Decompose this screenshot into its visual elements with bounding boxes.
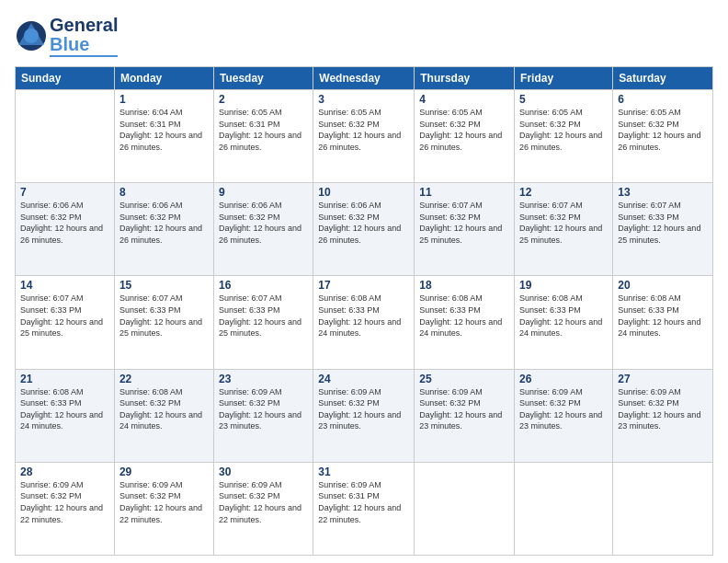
- day-info: Sunrise: 6:09 AM Sunset: 6:32 PM Dayligh…: [618, 386, 708, 432]
- calendar-cell: 1Sunrise: 6:04 AM Sunset: 6:31 PM Daylig…: [114, 90, 213, 183]
- day-info: Sunrise: 6:08 AM Sunset: 6:32 PM Dayligh…: [119, 386, 209, 432]
- day-number: 26: [519, 373, 608, 385]
- calendar-cell: 7Sunrise: 6:06 AM Sunset: 6:32 PM Daylig…: [16, 183, 115, 276]
- day-info: Sunrise: 6:07 AM Sunset: 6:32 PM Dayligh…: [519, 200, 608, 246]
- day-info: Sunrise: 6:05 AM Sunset: 6:32 PM Dayligh…: [618, 107, 708, 153]
- calendar-cell: 4Sunrise: 6:05 AM Sunset: 6:32 PM Daylig…: [415, 90, 515, 183]
- calendar-week-row: 7Sunrise: 6:06 AM Sunset: 6:32 PM Daylig…: [16, 183, 713, 276]
- day-number: 1: [119, 93, 209, 106]
- day-info: Sunrise: 6:05 AM Sunset: 6:31 PM Dayligh…: [219, 107, 308, 153]
- day-number: 28: [20, 465, 109, 478]
- day-number: 6: [618, 93, 708, 106]
- calendar-cell: [16, 90, 115, 183]
- calendar-week-row: 1Sunrise: 6:04 AM Sunset: 6:31 PM Daylig…: [16, 90, 713, 183]
- calendar-cell: [415, 462, 515, 555]
- day-number: 16: [219, 279, 308, 292]
- day-number: 17: [318, 279, 409, 292]
- day-header-monday: Monday: [114, 67, 213, 90]
- day-number: 23: [219, 373, 308, 385]
- calendar-cell: 16Sunrise: 6:07 AM Sunset: 6:33 PM Dayli…: [213, 276, 313, 369]
- calendar-cell: 30Sunrise: 6:09 AM Sunset: 6:32 PM Dayli…: [213, 462, 313, 555]
- day-info: Sunrise: 6:07 AM Sunset: 6:33 PM Dayligh…: [20, 293, 109, 339]
- day-number: 31: [318, 465, 409, 478]
- day-number: 8: [119, 186, 209, 199]
- day-header-thursday: Thursday: [415, 67, 515, 90]
- calendar-cell: 2Sunrise: 6:05 AM Sunset: 6:31 PM Daylig…: [213, 90, 313, 183]
- day-info: Sunrise: 6:06 AM Sunset: 6:32 PM Dayligh…: [219, 200, 308, 246]
- logo-general: General: [50, 15, 118, 35]
- day-number: 29: [119, 465, 209, 478]
- header: General Blue: [15, 15, 713, 57]
- calendar-table: SundayMondayTuesdayWednesdayThursdayFrid…: [15, 66, 713, 556]
- day-number: 4: [419, 93, 509, 106]
- day-info: Sunrise: 6:09 AM Sunset: 6:32 PM Dayligh…: [119, 479, 209, 525]
- calendar-cell: 6Sunrise: 6:05 AM Sunset: 6:32 PM Daylig…: [613, 90, 713, 183]
- day-info: Sunrise: 6:08 AM Sunset: 6:33 PM Dayligh…: [618, 293, 708, 339]
- day-header-sunday: Sunday: [16, 67, 115, 90]
- calendar-cell: 25Sunrise: 6:09 AM Sunset: 6:32 PM Dayli…: [415, 369, 515, 462]
- day-number: 9: [219, 186, 308, 199]
- calendar-cell: [613, 462, 713, 555]
- calendar-cell: 14Sunrise: 6:07 AM Sunset: 6:33 PM Dayli…: [16, 276, 115, 369]
- day-info: Sunrise: 6:09 AM Sunset: 6:32 PM Dayligh…: [20, 479, 109, 525]
- calendar-cell: 22Sunrise: 6:08 AM Sunset: 6:32 PM Dayli…: [114, 369, 213, 462]
- day-number: 11: [419, 186, 509, 199]
- day-number: 21: [20, 373, 109, 385]
- calendar-cell: 26Sunrise: 6:09 AM Sunset: 6:32 PM Dayli…: [515, 369, 613, 462]
- day-info: Sunrise: 6:07 AM Sunset: 6:33 PM Dayligh…: [119, 293, 209, 339]
- logo-blue: Blue: [50, 35, 118, 53]
- day-number: 18: [419, 279, 509, 292]
- day-number: 7: [20, 186, 109, 199]
- calendar-cell: 15Sunrise: 6:07 AM Sunset: 6:33 PM Dayli…: [114, 276, 213, 369]
- calendar-cell: 9Sunrise: 6:06 AM Sunset: 6:32 PM Daylig…: [213, 183, 313, 276]
- logo-underline: [50, 55, 118, 57]
- day-info: Sunrise: 6:09 AM Sunset: 6:32 PM Dayligh…: [219, 386, 308, 432]
- day-header-saturday: Saturday: [613, 67, 713, 90]
- day-info: Sunrise: 6:09 AM Sunset: 6:32 PM Dayligh…: [519, 386, 608, 432]
- day-number: 22: [119, 373, 209, 385]
- day-number: 24: [318, 373, 409, 385]
- day-info: Sunrise: 6:05 AM Sunset: 6:32 PM Dayligh…: [419, 107, 509, 153]
- calendar-cell: 3Sunrise: 6:05 AM Sunset: 6:32 PM Daylig…: [313, 90, 415, 183]
- calendar-cell: 5Sunrise: 6:05 AM Sunset: 6:32 PM Daylig…: [515, 90, 613, 183]
- day-info: Sunrise: 6:08 AM Sunset: 6:33 PM Dayligh…: [20, 386, 109, 432]
- day-number: 2: [219, 93, 308, 106]
- calendar-cell: 27Sunrise: 6:09 AM Sunset: 6:32 PM Dayli…: [613, 369, 713, 462]
- day-number: 13: [618, 186, 708, 199]
- day-info: Sunrise: 6:08 AM Sunset: 6:33 PM Dayligh…: [519, 293, 608, 339]
- calendar-cell: 12Sunrise: 6:07 AM Sunset: 6:32 PM Dayli…: [515, 183, 613, 276]
- calendar-header-row: SundayMondayTuesdayWednesdayThursdayFrid…: [16, 67, 713, 90]
- calendar-cell: 13Sunrise: 6:07 AM Sunset: 6:33 PM Dayli…: [613, 183, 713, 276]
- day-info: Sunrise: 6:09 AM Sunset: 6:32 PM Dayligh…: [219, 479, 308, 525]
- day-number: 27: [618, 373, 708, 385]
- calendar-cell: 8Sunrise: 6:06 AM Sunset: 6:32 PM Daylig…: [114, 183, 213, 276]
- day-info: Sunrise: 6:06 AM Sunset: 6:32 PM Dayligh…: [119, 200, 209, 246]
- day-header-wednesday: Wednesday: [313, 67, 415, 90]
- day-info: Sunrise: 6:04 AM Sunset: 6:31 PM Dayligh…: [119, 107, 209, 153]
- svg-point-2: [24, 29, 39, 43]
- day-number: 19: [519, 279, 608, 292]
- day-info: Sunrise: 6:07 AM Sunset: 6:33 PM Dayligh…: [219, 293, 308, 339]
- day-number: 10: [318, 186, 409, 199]
- day-number: 25: [419, 373, 509, 385]
- calendar-week-row: 28Sunrise: 6:09 AM Sunset: 6:32 PM Dayli…: [16, 462, 713, 555]
- calendar-week-row: 21Sunrise: 6:08 AM Sunset: 6:33 PM Dayli…: [16, 369, 713, 462]
- calendar-cell: 28Sunrise: 6:09 AM Sunset: 6:32 PM Dayli…: [16, 462, 115, 555]
- day-info: Sunrise: 6:06 AM Sunset: 6:32 PM Dayligh…: [318, 200, 409, 246]
- logo: General Blue: [15, 15, 118, 57]
- day-info: Sunrise: 6:09 AM Sunset: 6:31 PM Dayligh…: [318, 479, 409, 525]
- day-header-tuesday: Tuesday: [213, 67, 313, 90]
- calendar-cell: 20Sunrise: 6:08 AM Sunset: 6:33 PM Dayli…: [613, 276, 713, 369]
- calendar-cell: 24Sunrise: 6:09 AM Sunset: 6:32 PM Dayli…: [313, 369, 415, 462]
- calendar-cell: 19Sunrise: 6:08 AM Sunset: 6:33 PM Dayli…: [515, 276, 613, 369]
- day-number: 20: [618, 279, 708, 292]
- day-number: 15: [119, 279, 209, 292]
- day-info: Sunrise: 6:05 AM Sunset: 6:32 PM Dayligh…: [318, 107, 409, 153]
- calendar-cell: 17Sunrise: 6:08 AM Sunset: 6:33 PM Dayli…: [313, 276, 415, 369]
- day-number: 12: [519, 186, 608, 199]
- calendar-cell: 11Sunrise: 6:07 AM Sunset: 6:32 PM Dayli…: [415, 183, 515, 276]
- day-info: Sunrise: 6:06 AM Sunset: 6:32 PM Dayligh…: [20, 200, 109, 246]
- day-info: Sunrise: 6:08 AM Sunset: 6:33 PM Dayligh…: [419, 293, 509, 339]
- calendar-cell: 10Sunrise: 6:06 AM Sunset: 6:32 PM Dayli…: [313, 183, 415, 276]
- calendar-cell: 18Sunrise: 6:08 AM Sunset: 6:33 PM Dayli…: [415, 276, 515, 369]
